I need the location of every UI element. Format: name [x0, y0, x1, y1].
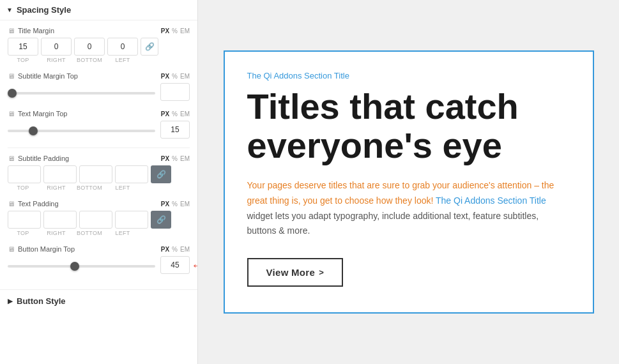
unit-pct-3[interactable]: %: [172, 110, 178, 118]
section-title: Spacing Style: [17, 5, 71, 15]
subtitle-padding-right[interactable]: [43, 165, 77, 183]
subtitle-padding-field: 🖥 Subtitle Padding PX % EM 🔗 TOP RIGHT: [8, 155, 190, 191]
unit-px-4[interactable]: PX: [161, 155, 169, 162]
unit-pct-6[interactable]: %: [172, 246, 178, 253]
preview-body-rest: widget lets you adapt typography, includ…: [247, 211, 539, 236]
subtitle-padding-bottom[interactable]: [79, 165, 112, 183]
title-margin-label-row: 🖥 Title Margin PX % EM: [8, 27, 190, 34]
subtitle-margin-value-input[interactable]: [160, 83, 190, 101]
title-margin-bottom[interactable]: [74, 38, 105, 56]
unit-px-3[interactable]: PX: [161, 110, 169, 118]
sp-label-right: RIGHT: [41, 185, 72, 191]
text-margin-top-field: 🖥 Text Margin Top PX % EM: [8, 110, 190, 139]
spacing-style-header[interactable]: ▼ Spacing Style: [0, 0, 197, 20]
unit-em-3[interactable]: EM: [180, 110, 190, 118]
unit-em[interactable]: EM: [180, 27, 190, 34]
text-padding-label: Text Padding: [18, 200, 59, 208]
subtitle-padding-label: Subtitle Padding: [18, 155, 69, 162]
title-margin-link-btn[interactable]: 🔗: [141, 38, 158, 56]
chevron-right-icon: ▶: [8, 298, 13, 305]
button-margin-label-row: 🖥 Button Margin Top PX % EM: [8, 245, 190, 253]
subtitle-padding-top[interactable]: [8, 165, 41, 183]
subtitle-padding-left[interactable]: [115, 165, 148, 183]
unit-pct-4[interactable]: %: [172, 155, 178, 162]
unit-px-6[interactable]: PX: [161, 246, 169, 253]
button-style-header[interactable]: ▶ Button Style: [8, 296, 190, 306]
unit-pct-5[interactable]: %: [172, 201, 178, 208]
text-margin-value-input[interactable]: [160, 121, 190, 139]
text-padding-link-btn[interactable]: 🔗: [151, 211, 171, 229]
tp-label-top: TOP: [8, 230, 38, 236]
sp-label-left: LEFT: [107, 185, 138, 191]
title-margin-input-labels: TOP RIGHT BOTTOM LEFT: [8, 57, 190, 63]
arrow-indicator: ←: [191, 258, 198, 273]
divider-1: [8, 148, 190, 148]
chevron-down-icon: ▼: [6, 6, 13, 13]
subtitle-margin-slider[interactable]: [8, 92, 155, 95]
monitor-icon-5: 🖥: [8, 200, 15, 208]
unit-px-2[interactable]: PX: [161, 73, 169, 80]
title-margin-units: PX % EM: [161, 27, 190, 34]
text-padding-inputs: 🔗: [8, 211, 190, 229]
panel-content: 🖥 Title Margin PX % EM 🔗 TOP RIGHT: [0, 20, 197, 289]
monitor-icon: 🖥: [8, 27, 15, 34]
unit-px[interactable]: PX: [161, 27, 169, 34]
button-margin-label: Button Margin Top: [18, 245, 75, 253]
text-margin-units: PX % EM: [161, 110, 190, 118]
unit-em-6[interactable]: EM: [180, 246, 190, 253]
collapse-handle[interactable]: ‹: [197, 172, 198, 192]
subtitle-padding-input-labels: TOP RIGHT BOTTOM LEFT: [8, 185, 190, 191]
text-padding-left[interactable]: [115, 211, 148, 229]
text-margin-slider-row: [8, 121, 190, 139]
preview-area: The Qi Addons Section Title Titles that …: [198, 0, 619, 364]
button-margin-top-field: 🖥 Button Margin Top PX % EM ←: [8, 245, 190, 274]
subtitle-padding-units: PX % EM: [161, 155, 190, 162]
unit-pct-2[interactable]: %: [172, 73, 178, 80]
button-style-section: ▶ Button Style: [0, 289, 197, 312]
button-margin-slider[interactable]: [8, 265, 155, 268]
label-top: TOP: [8, 57, 38, 63]
unit-em-4[interactable]: EM: [180, 155, 190, 162]
preview-button-arrow: >: [319, 268, 324, 277]
text-padding-field: 🖥 Text Padding PX % EM 🔗 TOP RIGHT: [8, 200, 190, 236]
monitor-icon-2: 🖥: [8, 72, 15, 80]
text-padding-right[interactable]: [43, 211, 77, 229]
text-margin-slider[interactable]: [8, 130, 155, 132]
button-margin-units: PX % EM: [161, 246, 190, 253]
unit-em-2[interactable]: EM: [180, 73, 190, 80]
subtitle-margin-label-row: 🖥 Subtitle Margin Top PX % EM: [8, 72, 190, 80]
preview-button-label: View More: [266, 267, 316, 278]
unit-em-5[interactable]: EM: [180, 201, 190, 208]
subtitle-margin-top-field: 🖥 Subtitle Margin Top PX % EM: [8, 72, 190, 101]
preview-subtitle: The Qi Addons Section Title: [247, 71, 570, 80]
title-margin-left[interactable]: [107, 38, 138, 56]
subtitle-padding-inputs: 🔗: [8, 165, 190, 183]
preview-body: Your pages deserve titles that are sure …: [247, 178, 570, 239]
text-padding-bottom[interactable]: [79, 211, 112, 229]
monitor-icon-3: 🖥: [8, 110, 15, 118]
sp-label-bottom: BOTTOM: [74, 185, 105, 191]
subtitle-margin-label: Subtitle Margin Top: [18, 72, 78, 80]
title-margin-inputs: 🔗: [8, 38, 190, 56]
text-margin-label-row: 🖥 Text Margin Top PX % EM: [8, 110, 190, 118]
title-margin-right[interactable]: [41, 38, 72, 56]
unit-pct[interactable]: %: [172, 27, 178, 34]
unit-px-5[interactable]: PX: [161, 201, 169, 208]
button-style-label: Button Style: [17, 296, 66, 306]
subtitle-padding-label-row: 🖥 Subtitle Padding PX % EM: [8, 155, 190, 162]
title-margin-field: 🖥 Title Margin PX % EM 🔗 TOP RIGHT: [8, 27, 190, 63]
title-margin-top[interactable]: [8, 38, 38, 56]
text-padding-top[interactable]: [8, 211, 41, 229]
subtitle-padding-link-btn[interactable]: 🔗: [151, 165, 171, 183]
monitor-icon-6: 🖥: [8, 245, 15, 253]
button-margin-value-input[interactable]: [160, 256, 190, 274]
monitor-icon-4: 🖥: [8, 155, 15, 162]
button-margin-slider-container: [8, 261, 155, 269]
subtitle-margin-slider-container: [8, 87, 155, 96]
preview-body-link: The Qi Addons Section Title: [436, 195, 546, 206]
text-margin-label: Text Margin Top: [18, 110, 67, 118]
preview-box: The Qi Addons Section Title Titles that …: [224, 50, 594, 314]
text-padding-units: PX % EM: [161, 201, 190, 208]
tp-label-left: LEFT: [107, 230, 138, 236]
preview-view-more-button[interactable]: View More >: [247, 258, 344, 287]
